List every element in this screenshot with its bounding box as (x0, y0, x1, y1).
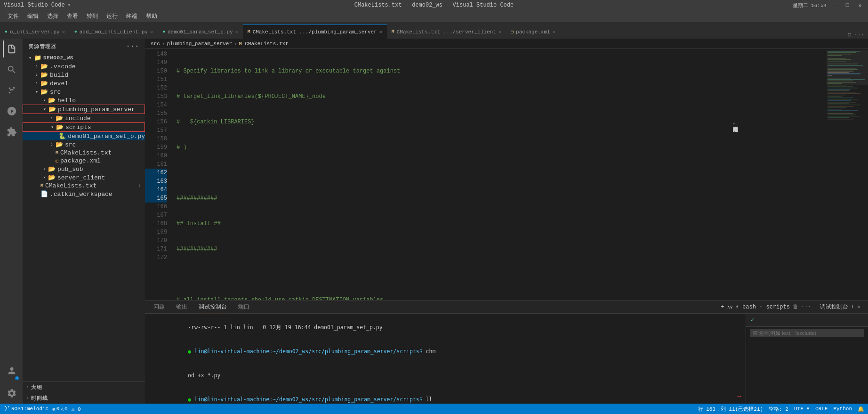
tree-item-include[interactable]: › 📂 include (23, 114, 145, 122)
tab-close-icon[interactable]: ✕ (150, 29, 153, 35)
svg-rect-36 (828, 102, 856, 103)
tree-item-demo01-file[interactable]: › 🐍 demo01_param_set_p.py (23, 132, 145, 140)
outline-section[interactable]: › 大纲 (23, 382, 145, 393)
terminal-more-icon[interactable]: ··· (801, 304, 812, 310)
encoding[interactable]: UTF-8 (794, 406, 810, 412)
tab-package-xml[interactable]: ⊞ package.xml ✕ (506, 24, 560, 39)
tree-item-build[interactable]: › 📂 build (23, 71, 145, 79)
warning-icon: △ (60, 406, 64, 412)
error-indicator[interactable]: ⊗ 0 △ 0 (52, 406, 67, 412)
tab-layout-icon[interactable]: ⊟ (848, 32, 851, 39)
tree-item-scripts[interactable]: ▾ 📂 scripts (23, 122, 145, 132)
tree-item-label: devel (50, 80, 68, 87)
tree-item-server-client[interactable]: › 📂 server_client (23, 173, 145, 182)
svg-rect-26 (828, 88, 858, 89)
clock-display: 星期二 16:54 (793, 2, 827, 9)
menu-terminal[interactable]: 终端 (122, 11, 141, 21)
menu-edit[interactable]: 编辑 (24, 11, 42, 21)
code-line-149: # target_link_libraries(${PROJECT_NAME}_… (177, 92, 826, 101)
search-icon[interactable] (3, 61, 20, 78)
tab-close-icon[interactable]: ✕ (379, 29, 382, 35)
terminal-split-icon[interactable]: ∧∨ (727, 304, 733, 310)
tree-item-src[interactable]: ▾ 📂 src (23, 88, 145, 96)
tab-cmake-server-client[interactable]: M CMakeLists.txt .../server_client ✕ (387, 24, 506, 39)
menu-goto[interactable]: 转到 (83, 11, 102, 21)
window-close-button[interactable]: ✕ (855, 1, 864, 9)
tree-item-pub-sub[interactable]: › 📂 pub_sub (23, 165, 145, 173)
tab-demo01-param[interactable]: ● demo01_param_set_p.py ✕ (158, 24, 243, 39)
terminal-add-icon[interactable]: + (721, 304, 724, 310)
breadcrumb-cmake[interactable]: M CMakeLists.txt (239, 41, 289, 47)
source-control-icon[interactable] (3, 82, 20, 99)
menu-select[interactable]: 选择 (43, 11, 62, 21)
branch-name: ROS1:melodic (11, 406, 48, 412)
tree-item-label: server_client (57, 174, 105, 181)
terminal-close-icon[interactable]: ✕ (857, 303, 860, 310)
breadcrumb-plumbing[interactable]: plumbing_param_server (167, 41, 232, 47)
window-minimize-button[interactable]: ─ (830, 1, 839, 9)
debug-check-icon: ✓ (751, 317, 754, 324)
tab-more-icon[interactable]: ··· (854, 32, 864, 39)
dropdown-arrow-icon[interactable]: ▾ (68, 2, 71, 8)
tab-debug-console[interactable]: 调试控制台 (194, 301, 232, 313)
terminal-line-1: -rw-rw-r-- 1 lin lin 0 12月 19 16:44 demo… (149, 316, 742, 340)
tree-item-label: scripts (65, 124, 91, 131)
tree-item-src-sub[interactable]: › 📂 src (23, 140, 145, 149)
files-icon[interactable] (3, 41, 20, 57)
tab-o-ints-server[interactable]: ● o_ints_server.py ✕ (0, 24, 70, 39)
git-branch-icon[interactable]: ROS1:melodic (4, 406, 48, 412)
tree-item-plumbing-param-server[interactable]: ▾ 📂 plumbing_param_server (23, 105, 145, 114)
tree-item-label: .catkin_workspace (50, 191, 113, 198)
code-line-156 (177, 270, 826, 279)
tree-item-catkin-workspace[interactable]: › 📄 .catkin_workspace (23, 190, 145, 198)
tree-item-label: plumbing_param_server (58, 106, 135, 113)
tab-close-icon[interactable]: ✕ (62, 29, 65, 35)
tab-close-icon[interactable]: ✕ (235, 29, 238, 35)
window-maximize-button[interactable]: □ (843, 1, 852, 9)
eol-format[interactable]: CRLF (815, 406, 828, 412)
terminal-content[interactable]: -rw-rw-r-- 1 lin lin 0 12月 19 16:44 demo… (145, 314, 746, 404)
tab-close-icon[interactable]: ✕ (553, 29, 555, 35)
debug-icon[interactable] (3, 103, 20, 120)
sidebar-more-icon[interactable]: ··· (126, 42, 139, 50)
terminal-maximize-icon[interactable]: ⬆ (851, 303, 854, 310)
tab-cmake-plumbing[interactable]: M CMakeLists.txt .../plumbing_param_serv… (243, 24, 387, 39)
tree-item-cmake-file[interactable]: › M CMakeLists.txt (23, 149, 145, 157)
settings-icon[interactable] (3, 385, 20, 402)
svg-rect-46 (828, 116, 860, 117)
expand-arrow-icon: › (40, 175, 48, 180)
breadcrumb-src[interactable]: src (151, 41, 160, 47)
tree-item-hello[interactable]: › 📂 hello (23, 96, 145, 105)
tab-add-two-ints-client[interactable]: ● add_two_ints_client.py ✕ (70, 24, 158, 39)
tree-item-devel[interactable]: › 📂 devel (23, 79, 145, 88)
code-area[interactable]: # Specify libraries to link a library or… (171, 49, 826, 300)
tab-problems[interactable]: 问题 (149, 301, 169, 313)
debug-filter-input[interactable] (750, 329, 864, 337)
menu-view[interactable]: 查看 (63, 11, 82, 21)
titlebar-left: Visual Studio Code ▾ (4, 2, 71, 8)
svg-rect-27 (828, 89, 851, 90)
indent-info[interactable]: 空格: 2 (769, 406, 788, 413)
tree-item-vscode[interactable]: › 📂 .vscode (23, 62, 145, 71)
cursor-position[interactable]: 行 163，列 11(已选择21) (698, 406, 764, 413)
tree-item-demo02-ws[interactable]: ▾ 📁 DEMO02_WS (23, 54, 145, 62)
notifications-icon[interactable]: 🔔 (858, 406, 864, 412)
tree-item-package-xml[interactable]: › ⊞ package.xml (23, 157, 145, 165)
tab-output[interactable]: 输出 (171, 301, 192, 313)
svg-rect-38 (828, 105, 860, 106)
tab-close-icon[interactable]: ✕ (498, 29, 501, 35)
language-mode[interactable]: Python (833, 406, 852, 412)
info-indicator[interactable]: ⚠ 0 (72, 406, 81, 412)
extensions-icon[interactable] (3, 123, 20, 140)
tree-item-label: CMakeLists.txt (60, 149, 112, 156)
timeline-section[interactable]: › 时间线 (23, 393, 145, 404)
menu-help[interactable]: 帮助 (142, 11, 161, 21)
terminal-trash-icon[interactable]: 🗑 (793, 303, 798, 310)
editor-scroll[interactable]: 148 149 150 151 152 153 154 155 156 157 … (145, 49, 868, 300)
tree-item-cmake-root[interactable]: › M CMakeLists.txt ↓ (23, 182, 145, 190)
menu-run[interactable]: 运行 (103, 11, 121, 21)
editor[interactable]: 148 149 150 151 152 153 154 155 156 157 … (145, 49, 868, 300)
menu-file[interactable]: 文件 (4, 11, 23, 21)
tab-ports[interactable]: 端口 (233, 301, 254, 313)
terminal-tabs: 问题 输出 调试控制台 端口 + ∧∨ ⚡ bash - scripts 🗑 ·… (145, 300, 868, 314)
